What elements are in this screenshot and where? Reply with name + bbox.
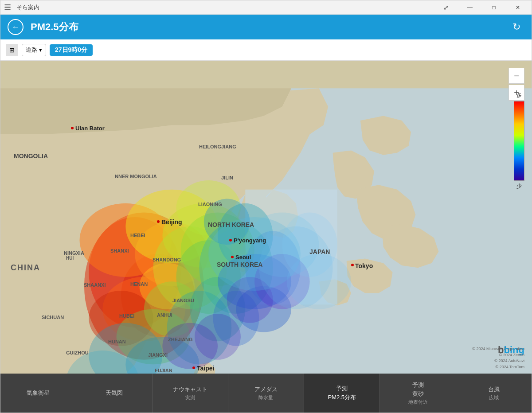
map-area[interactable]: CHINA MONGOLIA JAPAN NORTH KOREA SOUTH K… [0,61,532,374]
tab-amedas[interactable]: アメダス 降水量 [228,374,304,413]
layer-icon[interactable]: ⊞ [6,44,18,56]
nowcast-sub-label: 実測 [185,394,195,401]
svg-point-40 [287,254,351,309]
map-svg [0,61,532,374]
road-dropdown[interactable]: 道路 ▾ [22,44,46,56]
nowcast-label: ナウキャスト [173,386,207,394]
bottom-navigation: 気象衛星 天気図 ナウキャスト 実測 アメダス 降水量 予測 PM2.5分布 予… [0,374,532,413]
copyright-notice: © 2024 Microsoft Corporation © 2024 Zenr… [472,346,524,370]
zoom-out-button[interactable]: − [509,68,524,84]
taipei-dot [192,366,195,369]
back-icon: ← [12,23,20,32]
svg-rect-2 [0,61,532,88]
amedas-label: アメダス [254,386,278,394]
resize-icon[interactable]: ⤢ [436,0,456,15]
yellow-sand-label2: 黄砂 [412,390,424,398]
page-title: PM2.5分布 [31,20,501,34]
legend-color-bar [514,101,524,181]
titlebar: ☰ そら案内 ⤢ — □ ✕ [0,0,532,15]
main-window: ☰ そら案内 ⤢ — □ ✕ ← PM2.5分布 ↻ ⊞ 道路 ▾ 27日9時0… [0,0,532,413]
tab-nowcast[interactable]: ナウキャスト 実測 [153,374,228,413]
refresh-button[interactable]: ↻ [509,19,524,35]
ulan-bator-dot [71,127,74,129]
menu-icon[interactable]: ☰ [4,3,11,12]
app-header: ← PM2.5分布 ↻ [0,15,532,39]
pyongyang-dot [229,239,232,242]
legend-high-label: 多 [516,92,522,99]
tab-typhoon[interactable]: 台風 広域 [456,374,532,413]
satellite-label: 気象衛星 [27,389,50,397]
back-button[interactable]: ← [8,19,23,35]
pm25-legend: 多 少 [514,92,524,190]
legend-low-label: 少 [516,183,522,190]
pm25-tab-line1: 予測 [336,385,348,393]
maximize-button[interactable]: □ [484,0,504,15]
tab-satellite[interactable]: 気象衛星 [0,374,76,413]
timestamp-badge: 27日9時0分 [50,44,93,56]
tokyo-dot [351,264,354,266]
amedas-sub-label: 降水量 [258,394,273,401]
weather-map-label: 天気図 [106,389,123,397]
beijing-dot [157,220,160,223]
minimize-button[interactable]: — [460,0,480,15]
typhoon-label: 台風 [488,386,500,394]
svg-point-35 [195,314,241,360]
window-controls: ⤢ — □ ✕ [436,0,528,15]
pm25-tab-label: PM2.5分布 [328,394,356,401]
map-toolbar: ⊞ 道路 ▾ 27日9時0分 [0,39,532,61]
dropdown-chevron-icon: ▾ [39,47,42,53]
seoul-dot [231,256,234,258]
tab-weather-map[interactable]: 天気図 [76,374,152,413]
typhoon-sub-label: 広域 [489,394,499,401]
yellow-sand-sub-label: 地表付近 [408,399,428,405]
yellow-sand-label1: 予測 [412,381,424,389]
tab-pm25[interactable]: 予測 PM2.5分布 [304,374,380,413]
road-label: 道路 [26,46,37,54]
close-button[interactable]: ✕ [508,0,528,15]
tab-yellow-sand[interactable]: 予測 黄砂 地表付近 [380,374,456,413]
window-title: そら案内 [16,4,430,12]
refresh-icon: ↻ [512,21,520,33]
